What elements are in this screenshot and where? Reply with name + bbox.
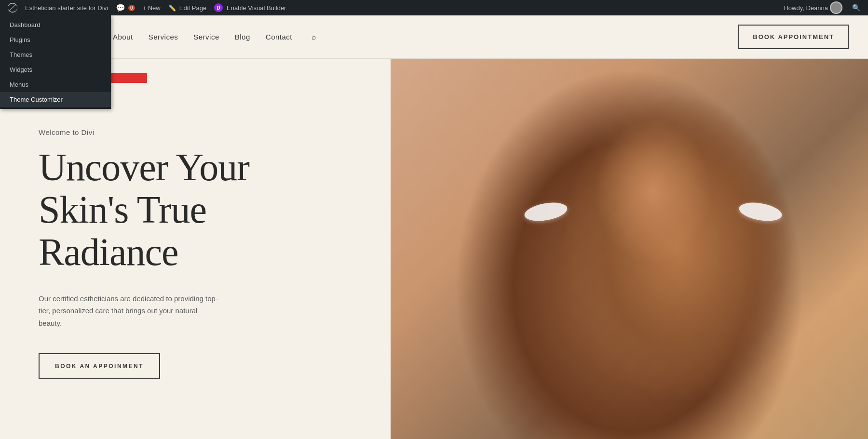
pencil-icon: ✏️ (168, 4, 176, 12)
face-overlay (391, 59, 868, 439)
hero-left: Welcome to Divi Uncover Your Skin's True… (39, 128, 328, 380)
comments-icon: 💬 (116, 3, 125, 13)
book-appointment-button[interactable]: BOOK APPOINTMENT (738, 25, 849, 49)
dropdown-dashboard[interactable]: Dashboard (0, 17, 111, 32)
nav-search-icon[interactable]: ⌕ (312, 33, 316, 41)
howdy-item[interactable]: Howdy, Deanna (780, 0, 846, 15)
avatar (830, 1, 842, 14)
dropdown-theme-customizer[interactable]: Theme Customizer (0, 92, 111, 107)
admin-bar: Esthetician starter site for Divi 💬 0 + … (0, 0, 868, 15)
divi-icon: D (214, 3, 223, 12)
site-name[interactable]: Esthetician starter site for Divi (21, 0, 112, 15)
book-appointment-hero-button[interactable]: BOOK AN APPOINMENT (39, 353, 160, 379)
nav-about[interactable]: About (113, 33, 133, 41)
comments-item[interactable]: 💬 0 (112, 0, 139, 15)
admin-search-item[interactable]: 🔍 (848, 0, 864, 15)
dropdown-themes[interactable]: Themes (0, 47, 111, 62)
comments-count: 0 (128, 5, 135, 11)
welcome-text: Welcome to Divi (39, 128, 328, 136)
hero-description: Our certified estheticians are dedicated… (39, 293, 222, 330)
nav-blog[interactable]: Blog (235, 33, 250, 41)
wp-logo-item[interactable] (4, 0, 21, 15)
appearance-dropdown: Dashboard Plugins Themes Widgets Menus T… (0, 15, 111, 109)
hero-image-area (391, 59, 868, 439)
site-nav: Home About Services Service Blog Contact… (77, 33, 738, 41)
dropdown-menus[interactable]: Menus (0, 77, 111, 92)
hero-section: Welcome to Divi Uncover Your Skin's True… (0, 59, 868, 439)
new-content-item[interactable]: + New (139, 0, 164, 15)
hero-image (391, 59, 868, 439)
edit-page-item[interactable]: ✏️ Edit Page (164, 0, 210, 15)
admin-search-icon: 🔍 (852, 4, 860, 12)
nav-contact[interactable]: Contact (266, 33, 292, 41)
nav-services[interactable]: Services (149, 33, 178, 41)
visual-builder-item[interactable]: D Enable Visual Builder (210, 0, 290, 15)
site-header: ⊃ Home About Services Service Blog Conta… (0, 15, 868, 59)
dropdown-widgets[interactable]: Widgets (0, 62, 111, 77)
nav-service[interactable]: Service (193, 33, 219, 41)
admin-bar-right: Howdy, Deanna 🔍 (780, 0, 864, 15)
dropdown-plugins[interactable]: Plugins (0, 32, 111, 47)
hero-title: Uncover Your Skin's True Radiance (39, 146, 328, 273)
